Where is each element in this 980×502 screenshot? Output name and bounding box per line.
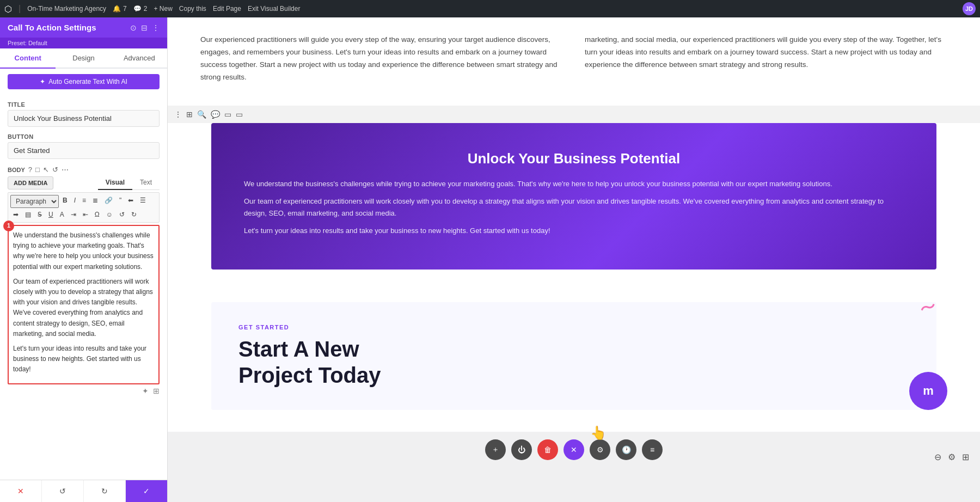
topbar-copy[interactable]: Copy this bbox=[179, 5, 206, 13]
cta-para3: Let's turn your ideas into results and t… bbox=[244, 225, 904, 237]
editor-tabs: Visual Text bbox=[98, 176, 160, 190]
ol-btn[interactable]: ≣ bbox=[90, 195, 101, 208]
align-right-btn[interactable]: ➡ bbox=[10, 209, 21, 220]
body-label: Body bbox=[8, 167, 25, 173]
layer-icon[interactable]: ⊞ bbox=[153, 387, 160, 395]
top-col1-text: Our experienced practitioners will guide… bbox=[200, 34, 563, 84]
sidebar-title: Call To Action Settings bbox=[8, 23, 96, 32]
sidebar: Call To Action Settings ⊙ ⊟ ⋮ Preset: De… bbox=[0, 17, 168, 502]
sidebar-content: Title Button Body ? □ ↖ ↺ ⋯ ADD MEDIA Vi… bbox=[0, 95, 167, 480]
more-icon[interactable]: ⋮ bbox=[152, 23, 160, 32]
align-center-btn[interactable]: ☰ bbox=[137, 195, 149, 208]
settings-right-icon[interactable]: ⚙ bbox=[948, 452, 955, 462]
underline-btn[interactable]: U bbox=[46, 209, 56, 220]
section-grid-icon[interactable]: ⊞ bbox=[186, 110, 193, 119]
save-btn[interactable]: ✓ bbox=[126, 480, 167, 502]
editor-body-area[interactable]: 1 We understand the business's challenge… bbox=[8, 225, 160, 384]
link-btn[interactable]: 🔗 bbox=[102, 195, 115, 208]
bell-icon: 🔔 bbox=[113, 5, 121, 13]
main-layout: Call To Action Settings ⊙ ⊟ ⋮ Preset: De… bbox=[0, 17, 980, 502]
undo-btn[interactable]: ↺ bbox=[41, 480, 84, 502]
topbar-comments[interactable]: 💬 2 bbox=[133, 5, 148, 13]
top-text-col1: Our experienced practitioners will guide… bbox=[200, 34, 563, 84]
float-power-btn[interactable]: ⏻ bbox=[511, 439, 532, 460]
emoji-btn[interactable]: ☺ bbox=[103, 209, 115, 220]
float-close-btn[interactable]: ✕ bbox=[564, 439, 584, 460]
redo-btn[interactable]: ↻ bbox=[84, 480, 126, 502]
topbar-site-name[interactable]: On-Time Marketing Agency bbox=[27, 5, 106, 13]
italic-btn[interactable]: I bbox=[71, 195, 78, 208]
float-settings-btn[interactable]: ⚙ bbox=[590, 439, 610, 460]
ai-bottom-icon[interactable]: ✦ bbox=[142, 387, 149, 395]
topbar-notif[interactable]: 🔔 7 bbox=[113, 5, 127, 13]
canvas-inner: Our experienced practitioners will guide… bbox=[168, 17, 980, 468]
outdent-btn[interactable]: ⇤ bbox=[80, 209, 91, 220]
cancel-btn[interactable]: ✕ bbox=[0, 480, 41, 502]
float-delete-btn[interactable]: 🗑 bbox=[537, 439, 558, 460]
body-toolbar-row: Body ? □ ↖ ↺ ⋯ bbox=[8, 166, 160, 174]
top-col2-text: marketing, and social media, our experie… bbox=[585, 34, 947, 71]
large-avatar: m bbox=[909, 372, 947, 410]
layout-icon[interactable]: ⊟ bbox=[141, 23, 148, 32]
comment-icon: 💬 bbox=[133, 5, 142, 13]
ai-icon: ✦ bbox=[40, 78, 45, 85]
ul-btn[interactable]: ≡ bbox=[79, 195, 89, 208]
get-started-label: GET STARTED bbox=[238, 324, 909, 330]
get-started-title: Start A New Project Today bbox=[238, 336, 909, 388]
topbar-edit[interactable]: Edit Page bbox=[213, 5, 241, 13]
cta-para2: Our team of experienced practitioners wi… bbox=[244, 195, 904, 219]
user-avatar[interactable]: JD bbox=[963, 2, 976, 15]
undo-icon[interactable]: ↺ bbox=[52, 166, 58, 174]
button-input[interactable] bbox=[8, 142, 160, 159]
bold-btn[interactable]: B bbox=[60, 195, 70, 208]
section-layout2-icon[interactable]: ▭ bbox=[236, 110, 243, 119]
page-canvas[interactable]: Our experienced practitioners will guide… bbox=[168, 17, 980, 502]
body-para1: We understand the business's challenges … bbox=[13, 230, 154, 272]
paragraph-select[interactable]: Paragraph bbox=[10, 195, 59, 208]
more-body-icon[interactable]: ⋯ bbox=[62, 166, 69, 174]
title-input[interactable] bbox=[8, 110, 160, 127]
sidebar-header: Call To Action Settings ⊙ ⊟ ⋮ bbox=[0, 17, 167, 38]
ai-generate-btn[interactable]: ✦ Auto Generate Text With AI bbox=[8, 74, 160, 89]
body-para3: Let's turn your ideas into results and t… bbox=[13, 344, 154, 375]
image-icon[interactable]: □ bbox=[35, 166, 40, 174]
zoom-out-icon[interactable]: ⊖ bbox=[934, 452, 941, 462]
cta-title: Unlock Your Business Potential bbox=[244, 150, 904, 167]
body-number-badge: 1 bbox=[3, 221, 14, 231]
tab-content[interactable]: Content bbox=[0, 48, 56, 69]
justify-btn[interactable]: ▤ bbox=[22, 209, 34, 220]
top-text-col2: marketing, and social media, our experie… bbox=[585, 34, 947, 84]
section-layout1-icon[interactable]: ▭ bbox=[224, 110, 231, 119]
color-btn[interactable]: A bbox=[57, 209, 67, 220]
indent-btn[interactable]: ⇥ bbox=[68, 209, 79, 220]
tab-design[interactable]: Design bbox=[56, 48, 111, 69]
float-add-btn[interactable]: ＋ bbox=[485, 439, 506, 460]
align-left-btn[interactable]: ⬅ bbox=[125, 195, 136, 208]
topbar-new[interactable]: + New bbox=[154, 5, 172, 13]
settings-icon[interactable]: ⊙ bbox=[130, 23, 137, 32]
editor-tab-text[interactable]: Text bbox=[132, 176, 160, 190]
cta-body: We understand the business's challenges … bbox=[244, 178, 904, 237]
editor-undo-btn[interactable]: ↺ bbox=[117, 209, 127, 220]
strikethrough-btn[interactable]: S̶ bbox=[35, 209, 45, 220]
section-comment-icon[interactable]: 💬 bbox=[211, 110, 220, 119]
section-search-icon[interactable]: 🔍 bbox=[197, 110, 206, 119]
omega-btn[interactable]: Ω bbox=[92, 209, 102, 220]
add-media-btn[interactable]: ADD MEDIA bbox=[8, 176, 53, 189]
grid-right-icon[interactable]: ⊞ bbox=[962, 452, 969, 462]
editor-tab-visual[interactable]: Visual bbox=[98, 176, 132, 190]
float-clock-btn[interactable]: 🕐 bbox=[616, 439, 636, 460]
quote-btn[interactable]: " bbox=[117, 195, 124, 208]
body-para2: Our team of experienced practitioners wi… bbox=[13, 277, 154, 339]
cursor-icon[interactable]: ↖ bbox=[43, 166, 49, 174]
tab-advanced[interactable]: Advanced bbox=[112, 48, 167, 69]
sidebar-bottom: ✕ ↺ ↻ ✓ bbox=[0, 480, 167, 502]
get-started-section: GET STARTED Start A New Project Today 〜 … bbox=[211, 302, 936, 410]
wp-logo-icon[interactable]: ⬡ bbox=[4, 4, 12, 14]
topbar-exit-builder[interactable]: Exit Visual Builder bbox=[248, 5, 301, 13]
editor-redo-btn[interactable]: ↻ bbox=[128, 209, 139, 220]
section-dots-icon[interactable]: ⋮ bbox=[174, 110, 182, 119]
cursor-hand-icon: 👆 bbox=[590, 425, 607, 440]
help-icon[interactable]: ? bbox=[28, 166, 32, 174]
float-bars-btn[interactable]: ≡ bbox=[642, 439, 663, 460]
